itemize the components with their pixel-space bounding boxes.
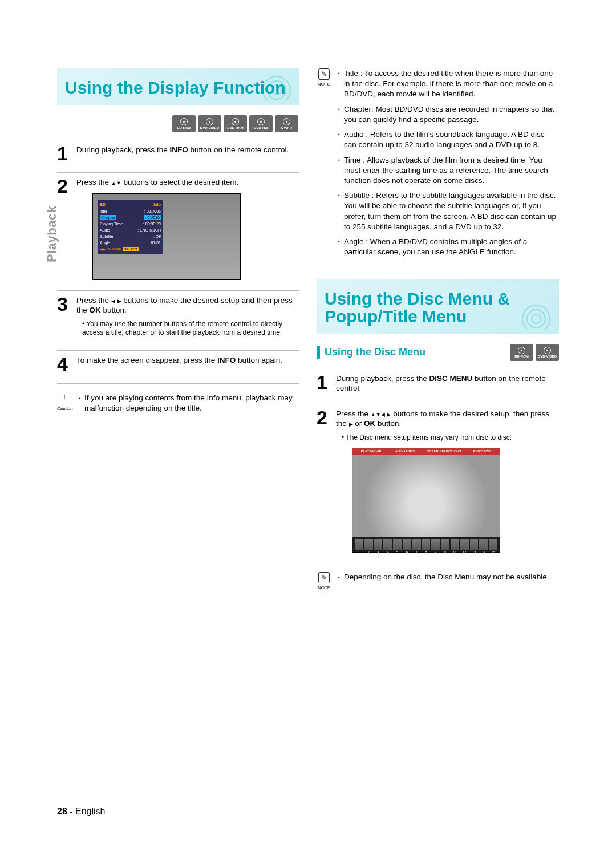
step-sub-bullet: The Disc menu setup items may vary from … <box>342 433 559 443</box>
step-number: 4 <box>57 355 72 373</box>
chapter-thumb: 11 <box>451 539 459 550</box>
page-language: English <box>75 806 105 816</box>
concentric-deco-icon <box>518 293 554 332</box>
disc-menu-preview-image <box>352 455 500 537</box>
step-3: 3 Press the buttons to make the desired … <box>57 291 299 351</box>
step-text: Press the buttons to make the desired se… <box>336 409 559 553</box>
format-badge: DVD-RAM <box>224 115 247 132</box>
play-arrow-icon <box>349 419 353 428</box>
format-badge: DVD-VIDEO <box>536 344 559 361</box>
right-arrow-icon <box>117 296 121 305</box>
step-number: 1 <box>57 145 72 163</box>
format-badge: DVD-VIDEO <box>198 115 221 132</box>
chapter-thumb: 10 <box>441 539 449 550</box>
caution-label: Caution <box>57 405 72 412</box>
step-text: During playback, press the DISC MENU but… <box>336 374 559 393</box>
note-icon: ✎ <box>318 572 330 583</box>
svg-point-2 <box>263 76 290 100</box>
chapter-thumbnail-strip: 1 2 3 4 5 6 7 8 9 10 11 12 13 <box>352 537 500 552</box>
chapter-thumb: 3 <box>374 539 383 550</box>
up-arrow-icon <box>111 178 116 186</box>
note-item: Chapter: Most BD/DVD discs are recorded … <box>338 104 559 125</box>
page-footer: 28 - English <box>57 806 106 817</box>
step-text: During playback, press the INFO button o… <box>76 145 289 163</box>
left-arrow-icon <box>381 409 385 418</box>
note-label: NOTE <box>317 81 331 87</box>
step-text: Press the buttons to select the desired … <box>76 177 299 280</box>
disc-menu-tab-row: PLAY MOVIE LANGUAGES SCENE SELECTIONS PR… <box>352 448 500 455</box>
chapter-thumb: 4 <box>383 539 392 550</box>
note-item: Audio : Refers to the film's soundtrack … <box>338 129 559 150</box>
chapter-thumb: 7 <box>412 539 421 550</box>
subhead-text: Using the Disc Menu <box>325 346 425 358</box>
step-text: To make the screen disappear, press the … <box>76 355 282 373</box>
note-text: Depending on the disc, the Disc Menu may… <box>338 572 549 583</box>
step-number: 1 <box>317 374 331 393</box>
svg-point-5 <box>522 305 550 329</box>
left-arrow-icon <box>111 296 115 305</box>
note-item: Title : To access the desired title when… <box>338 68 559 100</box>
up-arrow-icon <box>371 409 376 418</box>
step-text: Press the buttons to make the desired se… <box>76 295 299 340</box>
format-badge: DVD-R <box>275 115 298 132</box>
info-overlay-panel: BDInfo Title: 001/006 Chapter: 01/016 Pl… <box>98 200 163 254</box>
chapter-thumb: 1 <box>355 539 363 550</box>
disc-menu-item: PLAY MOVIE <box>361 449 382 454</box>
left-column: Using the Display Function BD-ROM DVD-VI… <box>57 68 299 591</box>
step-4: 4 To make the screen disappear, press th… <box>57 351 299 384</box>
dm-step-2: 2 Press the buttons to make the desired … <box>317 404 559 563</box>
caution-icon: ! <box>59 393 70 404</box>
disc-menu-screenshot: PLAY MOVIE LANGUAGES SCENE SELECTIONS PR… <box>352 448 500 553</box>
disc-menu-item: LANGUAGES <box>394 449 415 454</box>
note-item: Angle : When a BD/DVD contains multiple … <box>338 237 559 257</box>
down-arrow-icon <box>376 409 381 418</box>
svg-point-4 <box>527 310 545 328</box>
chapter-thumb: 2 <box>364 539 373 550</box>
section-title-text: Using the Disc Menu & Popup/Title Menu <box>325 289 510 326</box>
note-icon: ✎ <box>318 68 330 80</box>
note-item: Subtitle : Refers to the subtitle langua… <box>338 190 559 232</box>
subheading-using-disc-menu: Using the Disc Menu BD-ROM DVD-VIDEO <box>317 344 559 361</box>
step-sub-bullet: You may use the number buttons of the re… <box>82 320 299 338</box>
format-badge: BD-ROM <box>510 344 533 361</box>
subhead-bar-icon <box>317 346 320 359</box>
svg-point-3 <box>532 314 541 323</box>
page-body: Using the Display Function BD-ROM DVD-VI… <box>0 0 616 625</box>
caution-block: ! Caution If you are playing contents fr… <box>57 393 299 419</box>
disc-menu-item: SCENE SELECTIONS <box>427 449 461 454</box>
step-2: 2 Press the buttons to select the desire… <box>57 173 299 291</box>
page-number: 28 - <box>57 806 73 816</box>
chapter-thumb: 6 <box>403 539 411 550</box>
side-tab-playback: Playback <box>44 206 59 262</box>
note-item: Time : Allows playback of the film from … <box>338 155 559 186</box>
svg-point-1 <box>268 81 286 99</box>
right-column: ✎ NOTE Title : To access the desired tit… <box>317 68 559 591</box>
note-block-top: ✎ NOTE Title : To access the desired tit… <box>317 68 559 262</box>
chapter-thumb: 12 <box>460 539 469 550</box>
disc-menu-item: PREVIEWS <box>473 449 492 454</box>
step-1: 1 During playback, press the INFO button… <box>57 140 299 173</box>
chapter-thumb: 9 <box>431 539 440 550</box>
chapter-thumb: 5 <box>393 539 402 550</box>
format-badge-row-1: BD-ROM DVD-VIDEO DVD-RAM DVD-RW DVD-R <box>57 115 298 132</box>
section-title-display: Using the Display Function <box>57 68 299 105</box>
svg-point-0 <box>272 86 281 95</box>
step-number: 3 <box>57 295 72 340</box>
chapter-thumb: 8 <box>422 539 431 550</box>
caution-text: If you are playing contents from the Inf… <box>79 393 299 415</box>
section-title-discmenu: Using the Disc Menu & Popup/Title Menu <box>317 279 559 334</box>
step-number: 2 <box>317 409 331 553</box>
dm-step-1: 1 During playback, press the DISC MENU b… <box>317 369 559 404</box>
down-arrow-icon <box>116 178 121 186</box>
chapter-thumb: 15 <box>489 539 497 550</box>
format-badge: BD-ROM <box>172 115 196 132</box>
chapter-thumb: 13 <box>470 539 479 550</box>
chapter-thumb: 14 <box>479 539 488 550</box>
info-overlay-screenshot: BDInfo Title: 001/006 Chapter: 01/016 Pl… <box>92 193 241 280</box>
note-block-bottom: ✎ NOTE Depending on the disc, the Disc M… <box>317 572 559 591</box>
note-label: NOTE <box>317 585 331 591</box>
format-badge: DVD-RW <box>249 115 273 132</box>
section-title-text: Using the Display Function <box>65 78 286 97</box>
note-bullet-list: Title : To access the desired title when… <box>338 68 559 262</box>
concentric-deco-icon <box>258 64 295 104</box>
